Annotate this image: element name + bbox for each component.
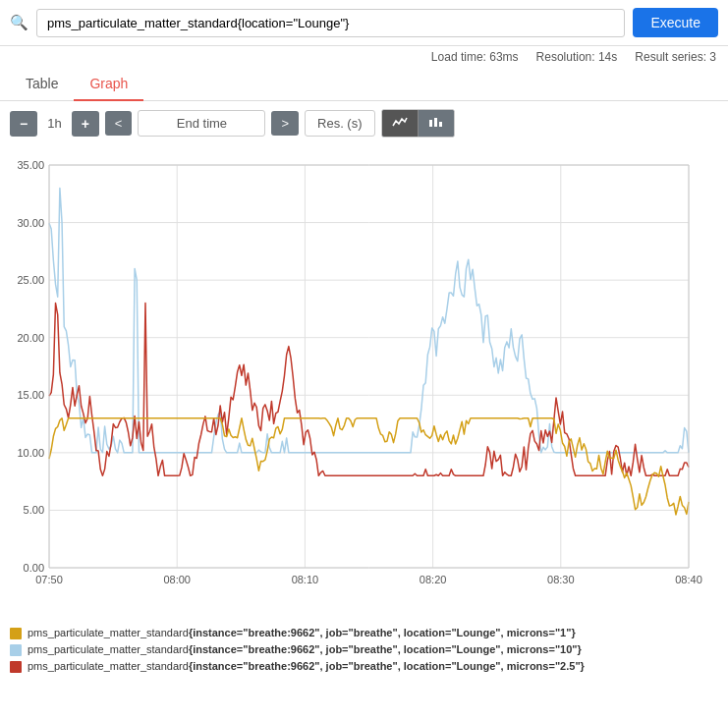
resolution-button[interactable]: Res. (s)	[305, 110, 375, 137]
line-chart-button[interactable]	[382, 110, 419, 137]
tabs: Table Graph	[0, 68, 728, 101]
load-time: Load time: 63ms	[431, 50, 519, 64]
legend-label-gold: pms_particulate_matter_standard{instance…	[28, 627, 576, 638]
legend-color-lightblue	[10, 644, 22, 656]
legend-item-lightblue: pms_particulate_matter_standard{instance…	[10, 643, 718, 656]
bar-chart-button[interactable]	[419, 110, 454, 137]
main-chart	[0, 145, 708, 617]
legend-label-red: pms_particulate_matter_standard{instance…	[28, 660, 585, 672]
prev-time-button[interactable]: <	[105, 111, 133, 136]
legend-color-red	[10, 661, 22, 673]
legend-label-lightblue: pms_particulate_matter_standard{instance…	[28, 643, 582, 655]
time-range-label: 1h	[43, 116, 65, 131]
controls: − 1h + < End time > Res. (s)	[0, 101, 728, 145]
tab-graph[interactable]: Graph	[74, 68, 143, 101]
chart-area	[0, 145, 728, 617]
line-chart-icon	[392, 115, 408, 129]
legend-color-gold	[10, 628, 22, 639]
view-buttons	[381, 109, 455, 138]
resolution: Resolution: 14s	[536, 50, 618, 64]
increase-time-button[interactable]: +	[72, 111, 99, 137]
next-time-button[interactable]: >	[271, 111, 299, 136]
execute-button[interactable]: Execute	[633, 8, 718, 37]
legend: pms_particulate_matter_standard{instance…	[0, 617, 728, 683]
svg-rect-0	[429, 120, 432, 127]
svg-rect-2	[439, 122, 442, 127]
search-input[interactable]	[36, 9, 625, 37]
meta-info: Load time: 63ms Resolution: 14s Result s…	[0, 46, 728, 68]
bar-chart-icon	[428, 115, 444, 129]
legend-item-red: pms_particulate_matter_standard{instance…	[10, 660, 718, 673]
tab-table[interactable]: Table	[10, 68, 74, 101]
decrease-time-button[interactable]: −	[10, 111, 37, 137]
result-series: Result series: 3	[635, 50, 716, 64]
search-icon: 🔍	[10, 14, 28, 31]
svg-rect-1	[434, 118, 437, 127]
search-bar: 🔍 Execute	[0, 0, 728, 46]
end-time-display: End time	[138, 110, 265, 137]
legend-item-gold: pms_particulate_matter_standard{instance…	[10, 627, 718, 639]
